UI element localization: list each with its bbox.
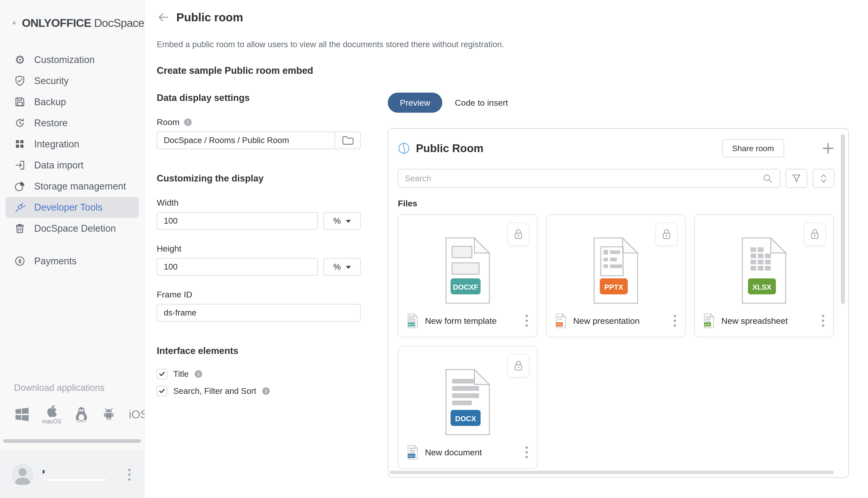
search-input[interactable]	[405, 174, 762, 183]
chevron-down-icon	[346, 266, 351, 269]
sidebar-item-label: Customization	[34, 54, 95, 65]
height-field: %	[157, 258, 361, 276]
room-field	[157, 132, 361, 149]
sort-button[interactable]	[813, 169, 834, 188]
width-label: Width	[157, 198, 361, 208]
section-heading: Create sample Public room embed	[157, 65, 868, 76]
sidebar-item-label: Restore	[34, 118, 67, 129]
svg-text:$: $	[18, 258, 21, 264]
folder-picker-button[interactable]	[335, 132, 361, 149]
page-description: Embed a public room to allow users to vi…	[157, 40, 868, 49]
lock-button[interactable]	[507, 222, 529, 246]
lock-button[interactable]	[656, 222, 678, 246]
sidebar-item-developer-tools[interactable]: Developer Tools	[5, 197, 139, 218]
windows-app-link[interactable]	[14, 407, 30, 422]
file-card-presentation[interactable]: PPTX PPTX New presentation	[546, 214, 686, 337]
frame-id-input[interactable]	[157, 304, 361, 322]
room-preview-panel: Public Room Share room	[388, 128, 849, 478]
sidebar-item-label: Integration	[34, 139, 79, 149]
brand-logo[interactable]: ONLYOFFICE DocSpace	[0, 0, 144, 35]
user-context-menu-icon[interactable]	[126, 467, 133, 483]
back-arrow-icon[interactable]	[157, 11, 169, 23]
sidebar-item-backup[interactable]: Backup	[5, 91, 139, 113]
tab-preview[interactable]: Preview	[388, 93, 442, 113]
file-title: New presentation	[573, 316, 640, 326]
room-input[interactable]	[157, 132, 361, 149]
page-header: Public room	[157, 11, 868, 24]
lock-icon	[513, 360, 524, 372]
chevron-down-icon	[346, 220, 351, 223]
file-card-spreadsheet[interactable]: XLSX XLSX New spreadsheet	[694, 214, 834, 337]
public-room-globe-icon	[398, 142, 410, 154]
file-card-document[interactable]: DOCX DOCX New document	[398, 346, 537, 469]
platform-links: macOS iOS	[14, 401, 144, 428]
file-title: New form template	[425, 316, 496, 326]
sidebar-item-customization[interactable]: ⚙ Customization	[5, 49, 139, 70]
avatar	[12, 463, 34, 486]
file-thumbnail: XLSX	[695, 236, 833, 305]
sidebar-item-label: DocSpace Deletion	[34, 223, 116, 234]
sidebar-item-integration[interactable]: Integration	[5, 133, 139, 155]
sidebar-item-label: Payments	[34, 256, 77, 266]
height-input[interactable]	[157, 258, 318, 276]
page-title: Public room	[176, 11, 243, 24]
room-header: Public Room Share room	[398, 138, 834, 159]
download-applications-label: Download applications	[14, 382, 144, 393]
add-icon[interactable]	[822, 142, 834, 155]
title-checkbox[interactable]	[157, 369, 167, 379]
lock-icon	[661, 228, 672, 240]
plug-icon	[14, 201, 26, 213]
info-icon[interactable]	[195, 370, 202, 378]
docxf-file-icon: DOCXF	[407, 314, 418, 328]
info-icon[interactable]	[262, 387, 270, 395]
sidebar-item-security[interactable]: Security	[5, 70, 139, 91]
tab-code-to-insert[interactable]: Code to insert	[455, 98, 508, 108]
files-grid: DOCXF DOCXF New form template	[398, 214, 834, 469]
floppy-icon	[14, 96, 26, 108]
files-heading: Files	[398, 198, 834, 208]
svg-text:DOCXF: DOCXF	[453, 283, 478, 291]
width-field: %	[157, 212, 361, 230]
sidebar-item-payments[interactable]: $ Payments	[5, 250, 139, 272]
info-icon[interactable]	[184, 118, 192, 126]
brand-name: ONLYOFFICE DocSpace	[22, 16, 144, 30]
android-app-link[interactable]	[101, 407, 116, 422]
main-content: Public room Embed a public room to allow…	[145, 0, 868, 498]
lock-button[interactable]	[507, 354, 529, 378]
search-filter-sort-checkbox[interactable]	[157, 386, 167, 396]
search-icon[interactable]	[762, 173, 773, 184]
vertical-scrollbar[interactable]	[841, 134, 845, 304]
svg-text:DOCX: DOCX	[455, 415, 476, 423]
sidebar-item-data-import[interactable]: Data import	[5, 155, 139, 176]
linux-app-link[interactable]	[74, 406, 89, 422]
height-unit-select[interactable]: %	[324, 258, 361, 276]
settings-nav: ⚙ Customization Security Backup Restore …	[0, 49, 144, 272]
sidebar-item-storage-management[interactable]: Storage management	[5, 176, 139, 197]
import-icon	[14, 159, 26, 171]
apple-icon	[45, 404, 58, 418]
width-input[interactable]	[157, 212, 318, 230]
context-menu-icon[interactable]	[523, 313, 530, 329]
width-unit-select[interactable]: %	[324, 212, 361, 230]
sidebar-item-label: Data import	[34, 160, 83, 171]
title-checkbox-label: Title	[173, 369, 189, 379]
context-menu-icon[interactable]	[820, 313, 826, 329]
context-menu-icon[interactable]	[523, 444, 530, 460]
horizontal-scrollbar[interactable]	[390, 471, 834, 474]
user-profile[interactable]	[0, 451, 144, 498]
lock-icon	[513, 228, 524, 240]
file-card-form-template[interactable]: DOCXF DOCXF New form template	[398, 214, 537, 337]
sidebar-item-docspace-deletion[interactable]: DocSpace Deletion	[5, 218, 139, 239]
sidebar-item-restore[interactable]: Restore	[5, 113, 139, 133]
title-checkbox-row: Title	[157, 369, 361, 379]
sidebar-scrollbar[interactable]	[3, 439, 141, 443]
lock-button[interactable]	[804, 222, 826, 246]
filter-button[interactable]	[786, 169, 807, 188]
docspace-app: ONLYOFFICE DocSpace ⚙ Customization Secu…	[0, 0, 868, 498]
sort-icon	[818, 173, 829, 184]
share-room-button[interactable]: Share room	[722, 139, 784, 157]
context-menu-icon[interactable]	[672, 313, 678, 329]
macos-app-link[interactable]: macOS	[42, 404, 62, 425]
room-label-row: Room	[157, 117, 361, 127]
room-title: Public Room	[416, 142, 483, 155]
